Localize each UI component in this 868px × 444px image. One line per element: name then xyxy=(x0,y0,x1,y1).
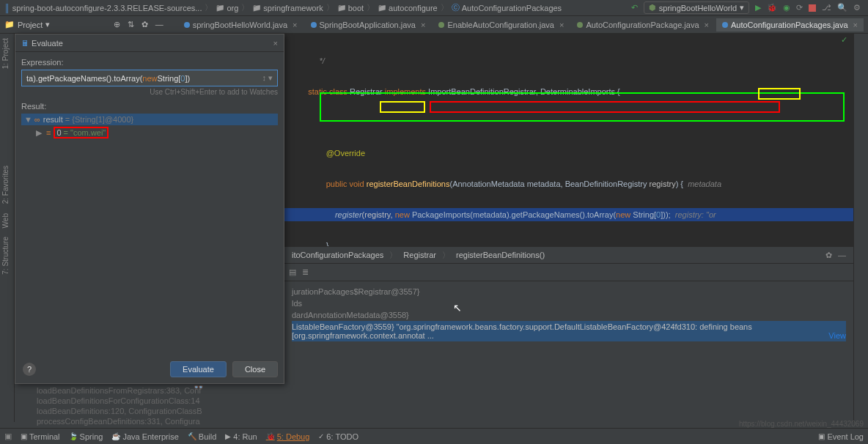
chevron-right-icon: 〉 xyxy=(241,2,249,13)
evaluate-dialog: 🖩 Evaluate × Expression: ta).getPackageN… xyxy=(15,34,284,384)
editor-tab[interactable]: AutoConfigurationPackage.java× xyxy=(571,18,715,32)
breadcrumb-item[interactable]: autoconfigure xyxy=(378,4,438,12)
crumb-item[interactable]: Registrar xyxy=(403,251,436,259)
stop-icon[interactable] xyxy=(809,4,816,12)
run-icon[interactable]: ▶ xyxy=(755,3,761,12)
frame-row[interactable]: loadBeanDefinitionsForConfigurationClass… xyxy=(37,396,262,406)
tree-row[interactable]: ▼ ∞ result = {String[1]@4000} xyxy=(21,114,278,125)
expand-icon[interactable]: ⇅ xyxy=(128,20,134,29)
class-icon xyxy=(311,22,317,28)
gear-icon[interactable]: ✿ xyxy=(825,251,832,260)
expression-input[interactable]: ta).getPackageNames().toArray(new String… xyxy=(21,70,278,86)
back-icon[interactable]: ↶ xyxy=(631,3,638,12)
annotation-icon xyxy=(438,22,444,28)
collapse-icon[interactable]: — xyxy=(155,20,163,29)
target-icon[interactable]: ⊕ xyxy=(114,20,120,29)
git-icon[interactable]: ⎇ xyxy=(822,3,831,12)
breadcrumb: ║spring-boot-autoconfigure-2.3.3.RELEASE… xyxy=(4,2,631,13)
editor-tab[interactable]: springBootHelloWorld.java× xyxy=(178,18,304,32)
class-icon xyxy=(722,22,728,28)
crumb-item[interactable]: registerBeanDefinitions() xyxy=(456,251,545,259)
profile-icon[interactable]: ⟳ xyxy=(796,3,803,12)
chevron-right-icon: 〉 xyxy=(205,2,213,13)
close-icon[interactable]: × xyxy=(273,39,278,48)
navigation-bar: ║spring-boot-autoconfigure-2.3.3.RELEASE… xyxy=(0,0,868,16)
expand-arrow-icon[interactable]: ▶ xyxy=(36,128,43,138)
events-icon[interactable]: ▣ xyxy=(4,432,12,441)
rail-favorites[interactable]: 2: Favorites xyxy=(0,161,11,208)
editor-tab[interactable]: EnableAutoConfiguration.java× xyxy=(433,18,570,32)
expand-arrow-icon[interactable]: ▼ xyxy=(24,115,32,124)
debug-icon[interactable]: 🐞 xyxy=(767,3,777,12)
hint-text: Use Ctrl+Shift+Enter to add to Watches xyxy=(21,88,278,96)
frame-row[interactable]: loadBeanDefinitionsFromRegistrars:383, C… xyxy=(37,385,262,396)
close-icon[interactable]: × xyxy=(559,21,564,29)
view-link[interactable]: View xyxy=(828,331,846,340)
run-config-selector[interactable]: ⬢springBootHelloWorld ▾ xyxy=(644,1,749,14)
coverage-icon[interactable]: ◉ xyxy=(783,3,790,12)
event-log-tab[interactable]: ▣ Event Log xyxy=(818,432,864,441)
settings-icon[interactable]: ⚙ xyxy=(853,3,861,12)
toolbar-right: ↶ ⬢springBootHelloWorld ▾ ▶ 🐞 ◉ ⟳ ⎇ 🔍 ⚙ xyxy=(631,1,864,14)
close-icon[interactable]: × xyxy=(421,21,425,29)
highlight-box-red: 0 = "com.wei" xyxy=(54,127,108,138)
result-tree[interactable]: ▼ ∞ result = {String[1]@4000} ▶ ≡ 0 = "c… xyxy=(21,114,278,140)
todo-tab[interactable]: ✓ 6: TODO xyxy=(318,432,358,441)
variables-icon[interactable]: ≣ xyxy=(302,267,309,277)
breadcrumb-item[interactable]: boot xyxy=(337,4,364,12)
variable-row[interactable]: ListableBeanFactory@3559} "org.springfra… xyxy=(292,321,846,341)
breadcrumb-item[interactable]: ║spring-boot-autoconfigure-2.3.3.RELEASE… xyxy=(4,4,202,12)
editor-tab[interactable]: AutoConfigurationPackages.java× xyxy=(716,18,864,32)
breadcrumb-item[interactable]: ⓒ AutoConfigurationPackages xyxy=(452,2,562,13)
frame-row[interactable]: loadBeanDefinitions:120, ConfigurationCl… xyxy=(37,406,262,416)
spring-tab[interactable]: 🍃 Spring xyxy=(69,432,103,441)
annotation-icon xyxy=(577,22,583,28)
project-tool-icons: ⊕ ⇅ ✿ — xyxy=(114,20,163,29)
close-icon[interactable]: × xyxy=(853,21,858,29)
variable-row[interactable]: lds xyxy=(292,297,846,309)
editor-tabs: springBootHelloWorld.java× SpringBootApp… xyxy=(178,18,864,32)
infinity-icon: ∞ xyxy=(34,115,40,124)
variable-row[interactable]: jurationPackages$Registrar@3557} xyxy=(292,286,846,297)
chevron-right-icon: 〉 xyxy=(367,2,375,13)
search-icon[interactable]: 🔍 xyxy=(837,3,847,12)
frame-row[interactable]: processConfigBeanDefinitions:331, Config… xyxy=(37,416,262,426)
help-icon[interactable]: ? xyxy=(23,363,36,376)
close-icon[interactable]: × xyxy=(705,21,709,29)
class-icon xyxy=(184,22,190,28)
tree-row[interactable]: ▶ ≡ 0 = "com.wei" xyxy=(21,125,278,140)
rail-structure[interactable]: 7: Structure xyxy=(0,232,11,279)
minimize-icon[interactable]: — xyxy=(838,251,846,260)
frames-icon[interactable]: ▤ xyxy=(289,267,296,277)
rail-project[interactable]: 1: Project xyxy=(0,34,11,73)
evaluate-button[interactable]: Evaluate xyxy=(170,361,227,377)
close-button[interactable]: Close xyxy=(232,361,278,377)
left-tool-strip: 1: Project 2: Favorites Web 7: Structure xyxy=(0,34,15,422)
crumb-item[interactable]: itoConfigurationPackages xyxy=(292,251,383,259)
debug-tab[interactable]: 🐞 5: Debug xyxy=(266,432,310,441)
debug-variables[interactable]: jurationPackages$Registrar@3557} lds dar… xyxy=(284,281,853,346)
result-label: Result: xyxy=(21,102,278,111)
expression-label: Expression: xyxy=(21,58,278,67)
java-ee-tab[interactable]: ☕ Java Enterprise xyxy=(111,432,178,441)
build-tab[interactable]: 🔨 Build xyxy=(188,432,216,441)
gear-icon[interactable]: ✿ xyxy=(141,20,148,29)
evaluate-icon: 🖩 xyxy=(21,39,29,48)
run-tab[interactable]: ▶ 4: Run xyxy=(225,432,257,441)
close-icon[interactable]: × xyxy=(293,21,297,29)
array-item-icon: ≡ xyxy=(46,128,51,137)
history-dropdown-icon[interactable]: ↕ ▾ xyxy=(262,73,273,83)
right-tool-strip xyxy=(853,34,868,422)
chevron-right-icon: 〉 xyxy=(326,2,334,13)
watermark: https://blog.csdn.net/weixin_44432069 xyxy=(739,420,864,428)
editor-tab[interactable]: SpringBootApplication.java× xyxy=(305,18,432,32)
breadcrumb-item[interactable]: org xyxy=(216,4,238,12)
terminal-tab[interactable]: ▣ Terminal xyxy=(21,432,60,441)
variable-row[interactable]: dardAnnotationMetadata@3558} xyxy=(292,309,846,321)
rail-web[interactable]: Web xyxy=(0,209,11,232)
project-tool-label[interactable]: 📁 Project ▾ xyxy=(4,20,50,29)
breadcrumb-item[interactable]: springframework xyxy=(252,4,323,12)
code-editor[interactable]: ✓ */ static class Registrar implements I… xyxy=(284,34,853,254)
stack-frames[interactable]: loadBeanDefinitionsFromRegistrars:383, C… xyxy=(15,384,284,428)
project-toolbar: 📁 Project ▾ ⊕ ⇅ ✿ — springBootHelloWorld… xyxy=(0,16,868,34)
